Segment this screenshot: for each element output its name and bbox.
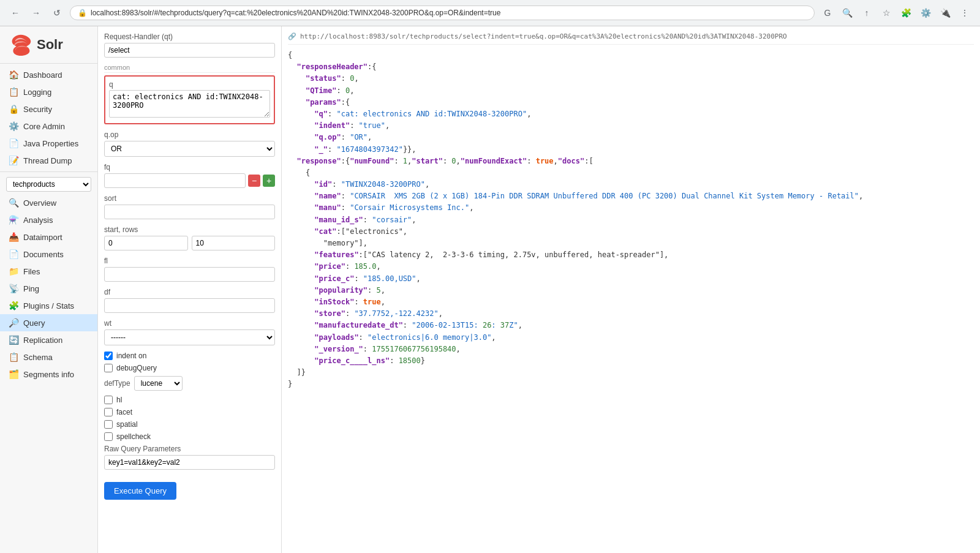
sidebar-item-label: Segments info [23, 370, 74, 379]
results-url-bar: 🔗 http://localhost:8983/solr/techproduct… [288, 32, 974, 45]
json-output: { "responseHeader":{ "status": 0, "QTime… [288, 50, 974, 390]
back-button[interactable]: ← [7, 5, 23, 21]
sidebar-item-query[interactable]: 🔎Query [0, 314, 97, 331]
sort-input[interactable] [104, 205, 275, 219]
fl-group: fl [104, 257, 275, 282]
core-admin-icon: ⚙️ [9, 121, 18, 131]
debug-query-checkbox[interactable] [104, 364, 113, 372]
url-input[interactable] [91, 9, 807, 17]
plugins-stats-icon: 🧩 [9, 301, 18, 310]
spellcheck-row: spellcheck [104, 432, 275, 441]
dashboard-icon: 🏠 [9, 70, 18, 80]
extension-icon[interactable]: 🧩 [898, 5, 914, 21]
sidebar-item-segments-info[interactable]: 🗂️Segments info [0, 366, 97, 383]
start-rows-group: start, rows [104, 225, 275, 250]
wt-select[interactable]: ------jsonxmlcsvpythonrubyphpphpsvelocit… [104, 329, 275, 345]
hl-checkbox[interactable] [104, 396, 113, 404]
segments-info-icon: 🗂️ [9, 369, 18, 379]
indent-checkbox[interactable] [104, 352, 113, 360]
forward-button[interactable]: → [28, 5, 44, 21]
facet-row: facet [104, 408, 275, 416]
puzzle-icon[interactable]: 🔌 [937, 5, 953, 21]
overview-icon: 🔍 [9, 198, 18, 208]
browser-chrome: ← → ↺ 🔒 G 🔍 ↑ ☆ 🧩 ⚙️ 🔌 ⋮ [0, 0, 980, 26]
collection-selector[interactable]: techproducts [6, 177, 91, 192]
sidebar-item-label: Overview [23, 198, 56, 208]
analysis-icon: ⚗️ [9, 215, 18, 225]
q-op-select[interactable]: ORAND [104, 141, 275, 157]
search-icon[interactable]: 🔍 [839, 5, 855, 21]
sidebar-item-ping[interactable]: 📡Ping [0, 280, 97, 297]
ping-icon: 📡 [9, 284, 18, 293]
sidebar-item-label: Plugins / Stats [23, 301, 74, 310]
sidebar-item-schema[interactable]: 📋Schema [0, 348, 97, 366]
wt-label: wt [104, 319, 275, 328]
start-rows-label: start, rows [104, 225, 275, 234]
fq-add-button[interactable]: + [263, 175, 275, 187]
reload-button[interactable]: ↺ [49, 5, 65, 21]
security-icon: 🔒 [9, 104, 18, 114]
deftype-select[interactable]: lucenedismaxedismax [134, 376, 183, 391]
sidebar-item-dataimport[interactable]: 📥Dataimport [0, 228, 97, 246]
raw-query-label: Raw Query Parameters [104, 445, 275, 453]
spellcheck-label: spellcheck [116, 432, 151, 441]
files-icon: 📁 [9, 266, 18, 276]
q-section: q [104, 75, 275, 124]
fq-remove-button[interactable]: − [248, 175, 260, 187]
raw-query-group: Raw Query Parameters [104, 445, 275, 470]
browser-icons: G 🔍 ↑ ☆ 🧩 ⚙️ 🔌 ⋮ [820, 5, 973, 21]
sidebar-item-logging[interactable]: 📋Logging [0, 83, 97, 100]
fq-label: fq [104, 163, 275, 171]
global-nav: 🏠Dashboard📋Logging🔒Security⚙️Core Admin📄… [0, 64, 97, 171]
address-bar: 🔒 [70, 6, 815, 20]
sidebar-item-security[interactable]: 🔒Security [0, 100, 97, 118]
sidebar-logo: Solr [0, 26, 97, 64]
sidebar-item-thread-dump[interactable]: 📝Thread Dump [0, 152, 97, 169]
fl-input[interactable] [104, 267, 275, 282]
sidebar-item-overview[interactable]: 🔍Overview [0, 194, 97, 211]
results-panel: 🔗 http://localhost:8983/solr/techproduct… [282, 26, 980, 553]
spatial-row: spatial [104, 420, 275, 429]
df-input[interactable] [104, 298, 275, 313]
settings-icon[interactable]: ⚙️ [918, 5, 933, 21]
sidebar-item-files[interactable]: 📁Files [0, 263, 97, 280]
sidebar-item-label: Ping [23, 284, 39, 293]
rows-input[interactable] [192, 236, 276, 250]
sidebar-item-analysis[interactable]: ⚗️Analysis [0, 211, 97, 228]
sidebar-item-label: Schema [23, 353, 53, 362]
sidebar-item-label: Replication [23, 336, 62, 345]
debug-query-label: debugQuery [116, 364, 157, 372]
bookmark-icon[interactable]: ☆ [878, 5, 894, 21]
google-icon[interactable]: G [820, 5, 835, 21]
facet-checkbox[interactable] [104, 408, 113, 416]
sidebar-item-plugins-stats[interactable]: 🧩Plugins / Stats [0, 297, 97, 314]
fl-label: fl [104, 257, 275, 265]
sidebar-item-label: Query [23, 318, 45, 328]
hl-row: hl [104, 396, 275, 404]
secure-icon: 🔒 [78, 9, 87, 17]
sidebar-item-documents[interactable]: 📄Documents [0, 246, 97, 263]
facet-label: facet [116, 408, 132, 416]
sidebar-item-label: Files [23, 267, 40, 276]
start-rows-inputs [104, 236, 275, 250]
raw-query-input[interactable] [104, 455, 275, 470]
menu-icon[interactable]: ⋮ [957, 5, 973, 21]
query-icon: 🔎 [9, 318, 18, 328]
df-label: df [104, 288, 275, 296]
q-input[interactable] [109, 90, 270, 118]
spellcheck-checkbox[interactable] [104, 432, 113, 441]
spatial-checkbox[interactable] [104, 420, 113, 429]
sidebar-item-core-admin[interactable]: ⚙️Core Admin [0, 118, 97, 135]
execute-query-button[interactable]: Execute Query [104, 482, 176, 500]
sidebar-item-dashboard[interactable]: 🏠Dashboard [0, 66, 97, 83]
sidebar-item-label: Dataimport [23, 233, 62, 242]
sidebar-item-label: Core Admin [23, 122, 65, 131]
sidebar-item-java-properties[interactable]: 📄Java Properties [0, 135, 97, 152]
query-panel: Request-Handler (qt) common q q.op ORAND… [98, 26, 282, 553]
start-input[interactable] [104, 236, 188, 250]
sidebar-item-replication[interactable]: 🔄Replication [0, 331, 97, 348]
request-handler-input[interactable] [104, 43, 275, 58]
fq-input[interactable] [104, 173, 246, 188]
share-icon[interactable]: ↑ [859, 5, 875, 21]
schema-icon: 📋 [9, 352, 18, 362]
